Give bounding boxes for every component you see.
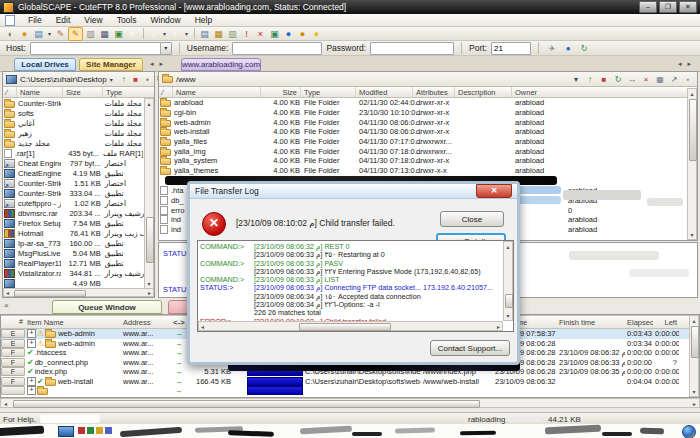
menu-item[interactable]: Help — [188, 15, 219, 25]
connection-wizard-icon[interactable]: ◐ — [4, 28, 17, 40]
new-document-icon[interactable]: ▤ — [32, 28, 45, 40]
queue-row[interactable]: + ⚠ ✔ → — [1, 386, 699, 396]
address-dropdown-icon[interactable]: ▾ — [570, 75, 582, 84]
view-mode-icon[interactable]: ▥ — [84, 28, 97, 40]
column-header-attributes[interactable]: Attributes — [413, 87, 455, 97]
minimize-button[interactable]: – — [639, 1, 657, 13]
host-input[interactable]: ▾ — [30, 42, 172, 55]
download-icon[interactable]: ↓ — [147, 28, 160, 40]
local-file-row[interactable]: زهير مجلد ملفات — [3, 128, 144, 138]
address-dropdown-icon[interactable]: ▾ — [110, 76, 113, 83]
start-orb-icon[interactable] — [682, 425, 696, 438]
column-header-type[interactable]: Type — [103, 87, 141, 97]
expand-icon[interactable]: + — [27, 329, 36, 338]
column-header-owner[interactable]: Owner — [512, 87, 572, 97]
view-grid-icon[interactable]: ▦ — [654, 75, 666, 84]
remote-file-row[interactable]: yalla_themes 4.00 KB File Folder 04/11/3… — [159, 166, 687, 176]
remote-file-row[interactable]: yalla_system 4.00 KB File Folder 04/11/3… — [159, 156, 687, 166]
column-header-modified[interactable]: Modified — [356, 87, 413, 97]
tab-local-drives[interactable]: Local Drives — [14, 58, 76, 71]
remote-file-row[interactable]: web-install 4.00 KB File Folder 04/11/30… — [159, 127, 687, 137]
delete-icon[interactable]: ■ — [598, 75, 610, 84]
transfer-icon[interactable]: ↔ — [626, 75, 638, 84]
close-dialog-button[interactable]: Close — [440, 211, 504, 227]
link-icon[interactable]: ↗ — [668, 75, 680, 84]
local-file-row[interactable]: Ip-ar-sa_773b... 160.00 ... تطبيق — [3, 238, 144, 248]
upload-dropdown-icon[interactable]: ▾ — [183, 28, 190, 40]
local-file-row[interactable]: softs مجلد ملفات — [3, 108, 144, 118]
remote-vertical-scrollbar[interactable]: ▴ ▾ — [687, 88, 697, 240]
folders-icon[interactable]: ▦ — [212, 28, 225, 40]
properties-icon[interactable]: ▤ — [198, 28, 211, 40]
local-file-row[interactable]: RealPlayer118... 12.71 MB تطبيق — [3, 258, 144, 268]
expand-icon[interactable]: + — [27, 339, 36, 348]
column-header-address[interactable]: Address — [121, 318, 169, 327]
remote-file-row[interactable]: cgi-bin 4.00 KB File Folder 23/10/30 10:… — [159, 108, 687, 118]
local-file-row[interactable]: CheatEngine5... 4.19 MB تطبيق — [3, 168, 144, 178]
remote-file-row[interactable]: yalla_img 4.00 KB File Folder 04/11/30 0… — [159, 146, 687, 156]
local-file-row[interactable]: Cheat Engine.l... 797 byt... اختصار — [3, 158, 144, 168]
close-button[interactable]: ✕ — [679, 1, 697, 13]
small-dot-icon[interactable]: ▪ — [682, 75, 694, 84]
upload-icon[interactable]: ↑ — [169, 28, 182, 40]
local-file-row[interactable]: Vistalizator.rar 344.81 ... أرشيف وينرار — [3, 268, 144, 278]
menu-item[interactable]: Window — [143, 15, 187, 25]
close-panel-icon[interactable]: × — [4, 301, 9, 310]
menu-item[interactable]: View — [77, 15, 109, 25]
local-file-row[interactable]: Firefox Setup 3... 7.54 MB تطبيق — [3, 218, 144, 228]
local-file-row[interactable]: dbvmsrc.rar 203.34 ... أرشيف وينرار — [3, 208, 144, 218]
column-header-name[interactable]: Name — [17, 87, 63, 97]
local-file-row[interactable]: مجلد جديد مجلد ملفات — [3, 138, 144, 148]
queue-vertical-scrollbar[interactable]: ▴ ▾ — [689, 315, 699, 397]
alert-icon[interactable]: ! — [240, 28, 253, 40]
taskbar-tray-icon[interactable] — [78, 427, 85, 434]
column-header-left[interactable]: Left — [653, 318, 679, 327]
sort-indicator[interactable]: ∕ — [3, 87, 17, 97]
taskbar-tray-icon[interactable] — [96, 427, 103, 434]
edit-pencil-icon[interactable]: ✎ — [54, 28, 67, 40]
maximize-button[interactable]: ❐ — [659, 1, 677, 13]
connect-icon[interactable]: ✈ — [546, 44, 558, 53]
remote-file-row[interactable]: yalla_files 4.00 KB File Folder 04/11/30… — [159, 137, 687, 147]
local-address[interactable]: C:\Users\zuhair\Desktop — [20, 75, 107, 84]
download-dropdown-icon[interactable]: ▾ — [161, 28, 168, 40]
log-horizontal-scrollbar[interactable]: ◂ ▸ — [198, 321, 503, 331]
sort-indicator[interactable]: ∕ — [159, 87, 173, 97]
column-header-finish-time[interactable]: Finish time — [557, 318, 625, 327]
expand-icon[interactable]: + — [27, 386, 36, 395]
local-file-row[interactable]: Counter-Strike... مجلد ملفات — [3, 98, 144, 108]
local-file-row[interactable]: cuteftppro - ز... 1.02 KB اختصار — [3, 198, 144, 208]
local-file-row[interactable]: أغاني مجلد ملفات — [3, 118, 144, 128]
sep1[interactable] — [140, 28, 146, 40]
site-key-icon[interactable]: ● — [18, 28, 31, 40]
tab-remote-site[interactable]: www.arabloading.com — [181, 58, 261, 71]
delete-icon[interactable]: ■ — [130, 75, 142, 84]
column-header-description[interactable]: Description — [455, 87, 512, 97]
compare-icon[interactable]: ▦ — [98, 28, 111, 40]
help-smiley-icon[interactable]: ● — [310, 28, 323, 40]
column-header-elapsed[interactable]: Elapsed — [625, 318, 653, 327]
local-file-row[interactable]: Hotmail 76.41 KB أرشيف زيب وينرار — [3, 228, 144, 238]
tab-site-manager[interactable]: Site Manager — [79, 58, 143, 71]
local-file-row[interactable]: Counter-Strike... 1.51 KB اختصار — [3, 178, 144, 188]
taskbar-window-icon[interactable] — [58, 426, 74, 437]
reconnect-icon[interactable]: ↻ — [578, 44, 590, 53]
tab-scroll-arrows-right[interactable]: ◂ ▸ — [678, 60, 693, 68]
stop-icon[interactable]: × — [126, 28, 139, 40]
contact-support-button[interactable]: Contact Support... — [430, 340, 510, 356]
sep2[interactable] — [191, 28, 197, 40]
tab-scroll-arrows-left[interactable]: ◂ ▸ — [150, 60, 165, 68]
column-header-item-name[interactable]: Item Name — [25, 318, 121, 327]
queue-horizontal-scrollbar[interactable]: ◂ ▸ — [0, 398, 700, 408]
local-file-row[interactable]: Counter-Strike... 333.04 ... تطبيق — [3, 188, 144, 198]
remote-address[interactable]: /www — [176, 75, 196, 84]
expand-icon[interactable]: + — [27, 377, 36, 386]
local-vertical-scrollbar[interactable]: ▴ ▾ — [144, 98, 154, 289]
lock-icon[interactable]: ● — [296, 28, 309, 40]
column-header-number[interactable]: # — [1, 318, 25, 327]
queue-row[interactable]: F + ⚠ ✔ web-install www.ar... → 166.45 K… — [1, 377, 699, 387]
menu-item[interactable]: File — [21, 15, 49, 25]
tab-queue-window[interactable]: Queue Window — [52, 300, 162, 314]
menu-item[interactable]: Tools — [110, 15, 144, 25]
remote-file-row[interactable]: web-admin 4.00 KB File Folder 04/11/30 0… — [159, 117, 687, 127]
